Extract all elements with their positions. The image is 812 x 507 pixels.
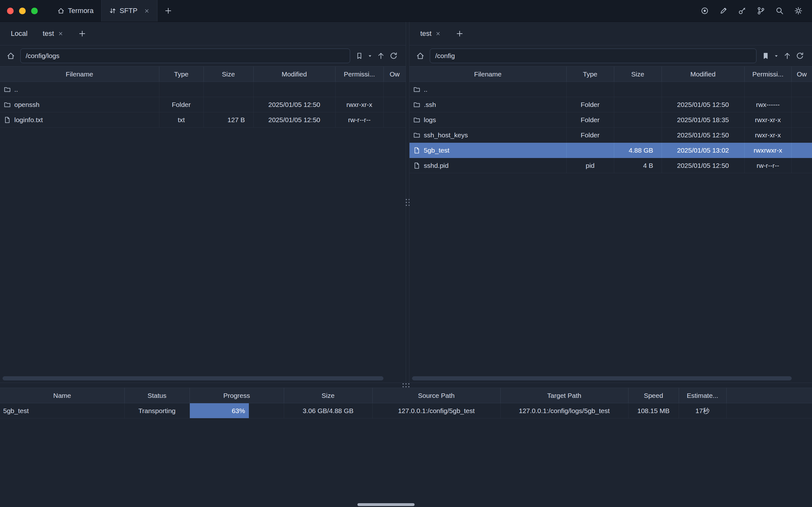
path-input-right[interactable] xyxy=(430,49,756,63)
close-icon[interactable] xyxy=(144,8,150,14)
column-header-source-path[interactable]: Source Path xyxy=(372,388,500,403)
transfer-row-5gb-test[interactable]: 5gb_test Transporting 63% 3.06 GB/4.88 G… xyxy=(0,403,812,418)
file-row-ssh-host-keys[interactable]: ssh_host_keys Folder 2025/01/05 12:50 rw… xyxy=(410,127,812,143)
tab-termora[interactable]: Termora xyxy=(50,0,101,21)
close-icon[interactable] xyxy=(436,31,441,36)
transfers-splitter[interactable] xyxy=(0,383,812,388)
bookmark-dropdown-button[interactable] xyxy=(772,49,781,63)
edit-icon[interactable] xyxy=(719,7,727,15)
column-header-speed[interactable]: Speed xyxy=(628,388,679,403)
column-header-size[interactable]: Size xyxy=(204,67,253,82)
folder-icon xyxy=(413,86,420,93)
right-file-table: Filename Type Size Modified Permissi... … xyxy=(410,66,812,173)
tab-sftp[interactable]: SFTP xyxy=(101,0,157,21)
column-header-permissions[interactable]: Permissi... xyxy=(335,67,383,82)
file-list-hscrollbar-thumb[interactable] xyxy=(412,376,792,380)
left-file-list: Filename Type Size Modified Permissi... … xyxy=(0,66,406,383)
right-file-panel: test xyxy=(410,22,812,383)
file-name: ssh_host_keys xyxy=(424,131,468,139)
titlebar: Termora SFTP xyxy=(0,0,812,22)
home-icon xyxy=(416,52,424,60)
new-window-tab-button[interactable] xyxy=(159,0,178,21)
file-name: sshd.pid xyxy=(424,162,448,169)
tab-test-label: test xyxy=(43,30,54,38)
splitter-grip-icon xyxy=(406,199,410,206)
left-panel-tabs: Local test xyxy=(0,22,406,45)
new-tab-button-left[interactable] xyxy=(73,30,91,38)
record-icon[interactable] xyxy=(701,7,709,15)
folder-icon xyxy=(413,101,420,108)
new-tab-button-right[interactable] xyxy=(451,30,469,38)
bookmark-button[interactable] xyxy=(353,49,365,63)
plus-icon xyxy=(78,30,86,38)
column-header-progress[interactable]: Progress xyxy=(190,388,284,403)
tab-test-left[interactable]: test xyxy=(35,22,71,45)
column-header-filename[interactable]: Filename xyxy=(410,67,566,82)
file-name: loginfo.txt xyxy=(14,116,43,124)
file-list-hscrollbar-thumb[interactable] xyxy=(3,376,383,380)
column-header-size[interactable]: Size xyxy=(284,388,372,403)
file-row-openssh[interactable]: openssh Folder 2025/01/05 12:50 rwxr-xr-… xyxy=(0,97,406,112)
transfers-hscrollbar-thumb[interactable] xyxy=(358,503,415,506)
refresh-button[interactable] xyxy=(794,49,806,63)
branch-icon[interactable] xyxy=(757,7,765,15)
file-row-5gb-test-selected[interactable]: 5gb_test 4.88 GB 2025/01/05 13:02 rwxrwx… xyxy=(410,143,812,158)
parent-directory-button[interactable] xyxy=(375,49,387,63)
settings-icon[interactable] xyxy=(794,7,803,15)
tab-test-right[interactable]: test xyxy=(413,22,448,45)
search-icon[interactable] xyxy=(775,7,784,15)
file-row-loginfo[interactable]: loginfo.txt txt 127 B 2025/01/05 12:50 r… xyxy=(0,112,406,127)
transfer-speed: 108.15 MB xyxy=(628,403,679,418)
bookmark-dropdown-button[interactable] xyxy=(365,49,375,63)
folder-icon xyxy=(4,101,11,108)
folder-icon xyxy=(4,86,11,93)
home-icon xyxy=(7,52,15,60)
zoom-window-button[interactable] xyxy=(31,8,38,14)
column-header-permissions[interactable]: Permissi... xyxy=(744,67,791,82)
panel-splitter[interactable] xyxy=(406,22,410,383)
tab-local-label: Local xyxy=(11,30,28,38)
column-header-filler xyxy=(726,388,812,403)
refresh-button[interactable] xyxy=(387,49,400,63)
column-header-status[interactable]: Status xyxy=(124,388,190,403)
home-icon xyxy=(57,7,64,14)
minimize-window-button[interactable] xyxy=(19,8,26,14)
transfer-arrows-icon xyxy=(109,7,116,14)
column-header-name[interactable]: Name xyxy=(0,388,124,403)
column-header-type[interactable]: Type xyxy=(566,67,614,82)
home-button[interactable] xyxy=(4,49,17,63)
column-header-target-path[interactable]: Target Path xyxy=(500,388,628,403)
close-icon[interactable] xyxy=(58,31,63,36)
arrow-up-icon xyxy=(783,52,791,60)
file-row-parent[interactable]: .. xyxy=(410,82,812,97)
transfer-status: Transporting xyxy=(124,403,190,418)
right-panel-tabs: test xyxy=(410,22,812,45)
file-row-ssh[interactable]: .ssh Folder 2025/01/05 12:50 rwx------ xyxy=(410,97,812,112)
column-header-modified[interactable]: Modified xyxy=(253,67,335,82)
file-row-parent[interactable]: .. xyxy=(0,82,406,97)
column-header-owner[interactable]: Ow xyxy=(791,67,812,82)
column-header-modified[interactable]: Modified xyxy=(661,67,744,82)
left-pathbar xyxy=(0,45,406,66)
progress-bar: 63% xyxy=(190,403,249,418)
home-button[interactable] xyxy=(414,49,427,63)
file-row-sshd-pid[interactable]: sshd.pid pid 4 B 2025/01/05 12:50 rw-r--… xyxy=(410,158,812,173)
column-header-size[interactable]: Size xyxy=(614,67,661,82)
column-header-estimate[interactable]: Estimate... xyxy=(679,388,726,403)
traffic-lights xyxy=(0,0,50,21)
bookmark-filled-icon xyxy=(762,52,769,60)
bookmark-icon xyxy=(356,52,363,60)
folder-icon xyxy=(413,132,420,138)
file-row-logs[interactable]: logs Folder 2025/01/05 18:35 rwxr-xr-x xyxy=(410,112,812,127)
titlebar-actions xyxy=(701,0,812,21)
column-header-type[interactable]: Type xyxy=(159,67,204,82)
column-header-owner[interactable]: Ow xyxy=(383,67,406,82)
path-input-left[interactable] xyxy=(20,49,350,63)
close-window-button[interactable] xyxy=(7,8,14,14)
tab-local[interactable]: Local xyxy=(3,22,35,45)
parent-directory-button[interactable] xyxy=(781,49,794,63)
column-header-filename[interactable]: Filename xyxy=(0,67,159,82)
chevron-down-icon xyxy=(368,54,372,58)
key-icon[interactable] xyxy=(738,7,746,15)
bookmark-button[interactable] xyxy=(760,49,772,63)
